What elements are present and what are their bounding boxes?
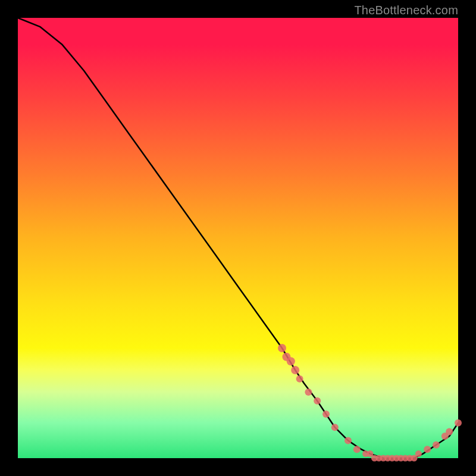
- data-marker: [424, 446, 431, 453]
- marker-group: [278, 344, 462, 462]
- data-marker: [287, 357, 295, 365]
- data-marker: [331, 424, 339, 431]
- data-marker: [446, 428, 453, 436]
- data-marker: [415, 450, 422, 457]
- data-marker: [353, 446, 361, 453]
- line-series: [18, 18, 458, 458]
- data-marker: [291, 366, 299, 374]
- plot-area: [18, 18, 458, 458]
- data-marker: [305, 389, 312, 396]
- attribution-text: TheBottleneck.com: [354, 4, 458, 17]
- data-marker: [296, 375, 303, 383]
- data-marker: [322, 411, 330, 418]
- chart-frame: TheBottleneck.com: [0, 0, 476, 476]
- chart-svg: [18, 18, 458, 458]
- data-marker: [455, 419, 462, 427]
- data-marker: [314, 397, 321, 405]
- data-marker: [433, 441, 440, 449]
- data-marker: [278, 344, 286, 352]
- data-marker: [345, 437, 352, 444]
